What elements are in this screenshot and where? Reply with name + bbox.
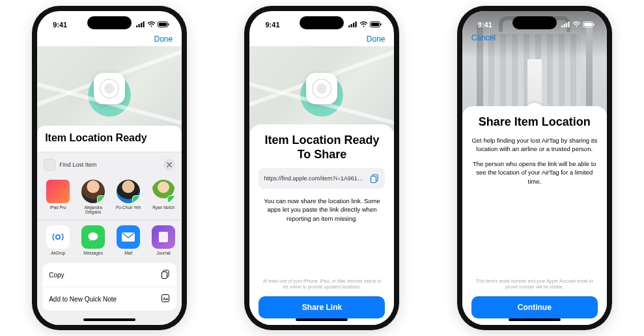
- app-mail[interactable]: Mail: [114, 225, 143, 255]
- svg-rect-13: [162, 272, 167, 279]
- home-indicator[interactable]: [509, 318, 561, 321]
- svg-rect-25: [371, 176, 376, 183]
- svg-rect-19: [356, 21, 357, 27]
- svg-rect-11: [159, 232, 161, 242]
- done-button[interactable]: Done: [367, 35, 385, 44]
- phone-2-ready-to-share: 9:41 Done Item Location Ready To Share h…: [244, 6, 399, 330]
- status-time: 9:41: [265, 21, 279, 29]
- continue-button[interactable]: Continue: [471, 296, 598, 318]
- airtag-pin: [94, 73, 125, 104]
- map-preview: [249, 46, 394, 131]
- svg-rect-0: [136, 25, 137, 27]
- action-quick-note[interactable]: Add to New Quick Note Aa: [42, 287, 176, 311]
- svg-rect-18: [353, 23, 354, 27]
- svg-rect-28: [566, 23, 567, 27]
- sheet-fineprint: This item's serial number and your Apple…: [471, 278, 598, 290]
- quick-note-icon: Aa: [161, 294, 170, 304]
- app-messages[interactable]: Messages: [79, 225, 107, 255]
- phone-badge-icon: [167, 195, 175, 203]
- status-icons: [136, 21, 170, 27]
- nav-bar: Cancel: [462, 31, 607, 45]
- svg-rect-23: [381, 23, 382, 25]
- home-indicator[interactable]: [83, 318, 135, 321]
- mail-icon: [117, 225, 140, 249]
- share-thumbnail: [44, 159, 55, 171]
- info-sheet: Share Item Location Get help finding you…: [462, 106, 607, 325]
- contacts-row: iPad Pro Alejandra Delgado Po-Chun Yeh R…: [42, 176, 176, 218]
- copy-link-icon[interactable]: [369, 173, 380, 184]
- action-copy[interactable]: Copy: [42, 263, 176, 287]
- svg-rect-22: [371, 23, 379, 26]
- sheet-description-2: The person who opens the link will be ab…: [471, 160, 598, 186]
- svg-point-8: [56, 235, 60, 239]
- dynamic-island: [300, 16, 344, 29]
- contact-pochun[interactable]: Po-Chun Yeh: [114, 180, 143, 214]
- app-journal[interactable]: Journal: [149, 225, 176, 255]
- share-link-button[interactable]: Share Link: [259, 296, 385, 318]
- map-preview: [37, 46, 182, 131]
- dynamic-island: [87, 16, 132, 29]
- svg-rect-3: [143, 21, 145, 27]
- svg-point-30: [576, 25, 577, 27]
- nav-bar: Done: [249, 32, 394, 46]
- phone-1-share-sheet: 9:41 Done Item Location Ready Find Lost …: [32, 6, 187, 330]
- sheet-title: Share Item Location: [471, 115, 598, 130]
- share-item-title: Find Lost Item: [59, 161, 160, 168]
- copy-icon: [161, 270, 170, 280]
- messages-icon: [81, 225, 105, 249]
- avatar: [117, 180, 140, 203]
- status-time: 9:41: [478, 21, 492, 29]
- close-icon[interactable]: [163, 159, 175, 171]
- app-airdrop[interactable]: AirDrop: [44, 225, 72, 255]
- airtag-pin: [306, 73, 337, 104]
- nav-bar: Done: [37, 32, 182, 46]
- contact-alejandra[interactable]: Alejandra Delgado: [79, 180, 107, 214]
- svg-rect-7: [168, 23, 169, 25]
- sheet-title: Item Location Ready: [37, 126, 182, 149]
- status-time: 9:41: [53, 21, 67, 29]
- airtag-icon: [100, 79, 119, 98]
- messages-badge-icon: [132, 195, 140, 203]
- status-icons: [561, 21, 595, 27]
- status-icons: [348, 21, 382, 27]
- divider: [37, 219, 182, 220]
- link-text: https://find.apple.com/item?i=1A961…: [264, 175, 363, 182]
- svg-rect-29: [568, 21, 569, 27]
- journal-icon: [152, 225, 175, 249]
- share-link-field[interactable]: https://find.apple.com/item?i=1A961…: [259, 168, 385, 189]
- svg-rect-27: [563, 24, 565, 27]
- svg-point-20: [363, 25, 365, 27]
- sheet-description-1: Get help finding your lost AirTag by sha…: [471, 136, 598, 154]
- svg-rect-32: [584, 23, 592, 26]
- svg-rect-16: [348, 25, 350, 27]
- share-actions: Copy Add to New Quick Note Aa: [42, 263, 176, 311]
- airtag-icon: [312, 79, 331, 98]
- sheet-title: Item Location Ready To Share: [259, 133, 385, 161]
- share-sheet: Find Lost Item iPad Pro Alejandra Delgad…: [37, 152, 182, 325]
- ipad-icon: [46, 180, 70, 203]
- done-button[interactable]: Done: [154, 35, 173, 44]
- svg-rect-2: [141, 23, 142, 27]
- svg-rect-17: [351, 24, 352, 27]
- info-sheet: Item Location Ready To Share https://fin…: [249, 124, 394, 325]
- messages-badge-icon: [97, 195, 105, 203]
- svg-rect-26: [561, 25, 563, 27]
- sheet-description: You can now share the location link. Som…: [259, 197, 385, 223]
- dynamic-island: [512, 16, 557, 29]
- svg-rect-33: [593, 23, 594, 25]
- svg-point-4: [151, 25, 152, 27]
- share-header: Find Lost Item: [42, 158, 176, 176]
- svg-rect-6: [159, 23, 167, 26]
- svg-rect-1: [139, 24, 140, 27]
- home-indicator[interactable]: [296, 318, 348, 321]
- cancel-button[interactable]: Cancel: [471, 33, 496, 42]
- airdrop-icon: [46, 225, 70, 249]
- avatar: [152, 180, 175, 203]
- contact-ipad[interactable]: iPad Pro: [44, 180, 72, 214]
- phone-3-share-item-location: 9:41 Cancel Share Item Location Get help…: [457, 6, 612, 330]
- sheet-fineprint: At least one of your iPhone, iPad, or Ma…: [259, 278, 385, 290]
- svg-text:Aa: Aa: [163, 297, 168, 301]
- avatar: [81, 180, 105, 203]
- apps-row: AirDrop Messages Mail: [42, 221, 176, 259]
- contact-ryan[interactable]: Ryan Notch: [149, 180, 176, 214]
